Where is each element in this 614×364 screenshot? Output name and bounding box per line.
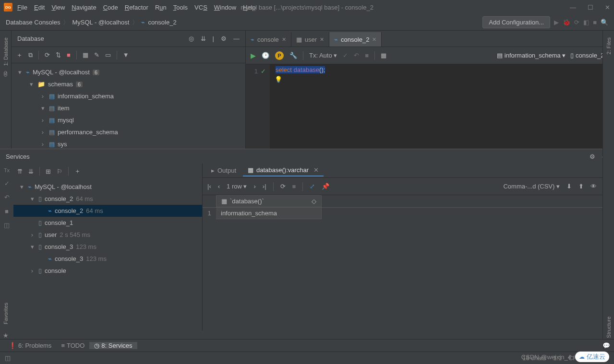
breadcrumb-item[interactable]: console_2 <box>148 19 176 26</box>
svc-item[interactable]: ⌁console_2 64 ms <box>13 205 202 217</box>
layout-icon[interactable]: ◫ <box>4 222 10 229</box>
first-page-icon[interactable]: |‹ <box>207 183 211 190</box>
tab-console-2[interactable]: ⌁console_2✕ <box>329 32 382 47</box>
menu-tools[interactable]: Tools <box>173 4 188 11</box>
tree-schema-item[interactable]: ›▤mysql <box>12 114 245 126</box>
prev-page-icon[interactable]: ‹ <box>218 183 220 190</box>
close-icon[interactable]: ✕ <box>313 166 319 174</box>
explain-plan-icon[interactable]: P <box>275 51 284 60</box>
close-icon[interactable]: ✕ <box>372 36 376 43</box>
problems-tool-tab[interactable]: ❗6: Problems <box>4 342 56 349</box>
menu-navigate[interactable]: Navigate <box>72 4 96 11</box>
gear-icon[interactable]: ⚙ <box>590 153 595 160</box>
row-count[interactable]: 1 row ▾ <box>227 183 247 190</box>
tab-result[interactable]: ▦database():varchar✕ <box>243 164 324 176</box>
commit-icon[interactable]: ✓ <box>343 52 348 59</box>
eye-icon[interactable]: 👁 <box>590 183 597 190</box>
run-button[interactable]: ▶ <box>251 52 256 59</box>
profile-icon[interactable]: ◧ <box>583 19 589 26</box>
export-format[interactable]: Comma-...d (CSV) ▾ <box>503 183 560 190</box>
expand-icon[interactable]: ⇈ <box>17 168 23 175</box>
tx-mode-dropdown[interactable]: Tx: Auto ▾ <box>309 52 337 59</box>
filter-icon[interactable]: ▼ <box>123 51 129 59</box>
menu-file[interactable]: File <box>17 4 27 11</box>
search-icon[interactable]: 🔍 <box>601 19 608 26</box>
grid-cell[interactable]: information_schema <box>216 208 322 219</box>
stop-icon[interactable]: ■ <box>365 52 369 59</box>
stop-icon[interactable]: ■ <box>292 183 296 190</box>
history-icon[interactable]: 🕑 <box>262 52 269 59</box>
close-icon[interactable]: ✕ <box>320 36 324 43</box>
svc-item[interactable]: ▾▯console_3 123 ms <box>13 241 202 253</box>
collapse-icon[interactable]: ⇊ <box>28 168 34 175</box>
menu-window[interactable]: Window <box>214 4 236 11</box>
result-grid[interactable]: ▦`database()`◇ 1 information_schema <box>203 195 614 330</box>
stop-icon[interactable]: ■ <box>593 19 597 26</box>
tab-console[interactable]: ⌁console✕ <box>246 32 291 47</box>
column-header[interactable]: ▦`database()`◇ <box>216 195 322 207</box>
svc-item[interactable]: ▯console_1 <box>13 217 202 229</box>
svc-item[interactable]: ›▯user 2 s 545 ms <box>13 229 202 241</box>
duplicate-icon[interactable]: ⧉ <box>28 51 33 59</box>
todo-tool-tab[interactable]: ≡TODO <box>56 342 89 349</box>
sync-icon[interactable]: ⇅ <box>56 51 61 59</box>
code-editor[interactable]: 1✓ select database(); 💡 ✓ <box>246 64 614 149</box>
check-icon[interactable]: ✓ <box>4 180 10 187</box>
tab-user[interactable]: ▦user✕ <box>291 32 329 47</box>
tree-schema-item[interactable]: ▾▤item <box>12 102 245 114</box>
target-icon[interactable]: ◎ <box>189 35 194 42</box>
debug-icon[interactable]: 🐞 <box>563 19 570 26</box>
breadcrumb-item[interactable]: Database Consoles <box>6 19 60 26</box>
tree-schema-item[interactable]: ›▤information_schema <box>12 90 245 102</box>
refresh-icon[interactable]: ⟳ <box>45 51 50 59</box>
next-page-icon[interactable]: › <box>253 183 255 190</box>
tree-schema-item[interactable]: ›▤sys <box>12 138 245 149</box>
table-icon[interactable]: ▦ <box>83 51 88 59</box>
menu-code[interactable]: Code <box>103 4 118 11</box>
status-icon[interactable]: ◫ <box>5 354 11 362</box>
reload-icon[interactable]: ⟳ <box>280 183 286 190</box>
event-log-icon[interactable]: 💬 <box>602 342 610 349</box>
ddl-icon[interactable]: ▭ <box>105 51 111 59</box>
rollback-icon[interactable]: ↶ <box>354 52 359 59</box>
tree-schema-item[interactable]: ›▤performance_schema <box>12 126 245 138</box>
add-icon[interactable]: ＋ <box>74 167 81 176</box>
last-page-icon[interactable]: ›| <box>263 183 266 190</box>
view-icon[interactable]: ▦ <box>381 52 386 59</box>
menu-run[interactable]: Run <box>155 4 167 11</box>
menu-view[interactable]: View <box>51 4 65 11</box>
favorites-tool-tab[interactable]: Favorites <box>3 300 9 327</box>
close-button[interactable]: ✕ <box>605 4 610 11</box>
coverage-icon[interactable]: ⟳ <box>574 19 579 26</box>
files-tool-tab[interactable]: 2: Files <box>606 35 612 57</box>
close-icon[interactable]: ✕ <box>282 36 286 43</box>
add-icon[interactable]: ＋ <box>16 51 23 59</box>
wrench-icon[interactable]: 🔧 <box>289 52 297 59</box>
svc-item[interactable]: ⌁console_3 123 ms <box>13 253 202 265</box>
tree-schemas[interactable]: ▾📁 schemas 6 <box>12 78 245 90</box>
svc-item[interactable]: ▾▯console_2 64 ms <box>13 193 202 205</box>
edit-icon[interactable]: ✎ <box>94 51 99 59</box>
stop-icon[interactable]: ■ <box>67 51 71 59</box>
pin-icon[interactable]: 📌 <box>322 183 329 190</box>
gear-icon[interactable]: ⚙ <box>221 35 227 42</box>
hide-icon[interactable]: — <box>233 35 240 42</box>
schema-selector[interactable]: ▤ information_schema ▾ <box>497 52 566 59</box>
collapse-icon[interactable]: ⇊ <box>201 35 206 42</box>
breadcrumb-item[interactable]: MySQL - @localhost <box>72 19 129 26</box>
menu-vcs[interactable]: VCS <box>194 4 207 11</box>
database-tool-tab[interactable]: 1: Database <box>3 35 9 69</box>
services-tool-tab[interactable]: ◷8: Services <box>89 342 137 349</box>
tree-datasource[interactable]: ▾⌁ MySQL - @localhost 6 <box>12 66 245 78</box>
undo-icon[interactable]: ↶ <box>4 194 10 201</box>
svc-item[interactable]: ›▯console <box>13 265 202 277</box>
menu-refactor[interactable]: Refactor <box>125 4 148 11</box>
tag-icon[interactable]: ⚐ <box>57 168 62 175</box>
maximize-button[interactable]: ☐ <box>588 4 593 11</box>
run-icon[interactable]: ▶ <box>554 19 559 26</box>
bulb-icon[interactable]: 💡 <box>275 76 282 83</box>
stop-icon[interactable]: ■ <box>5 208 9 215</box>
transpose-icon[interactable]: ⤢ <box>310 183 315 190</box>
tab-output[interactable]: ▸Output <box>206 165 241 176</box>
minimize-button[interactable]: — <box>570 4 576 11</box>
